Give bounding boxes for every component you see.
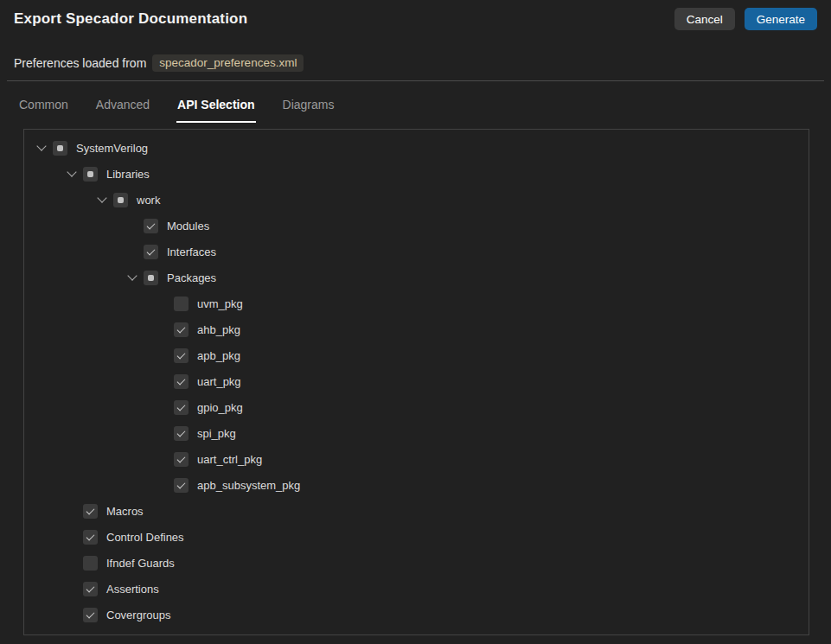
tree-item-label: work (137, 194, 160, 207)
tree-item-label: ahb_pkg (197, 323, 240, 336)
chevron-slot (158, 379, 174, 383)
checkbox[interactable] (83, 556, 98, 571)
tab-common[interactable]: Common (18, 98, 69, 123)
tree-item-label: uart_ctrl_pkg (197, 453, 262, 466)
chevron-down-icon[interactable] (67, 167, 76, 176)
tree-row[interactable]: gpio_pkg (24, 394, 809, 420)
tree-item-label: uart_pkg (197, 375, 241, 388)
tree-row[interactable]: work (24, 187, 809, 213)
checkbox[interactable] (174, 478, 189, 493)
chevron-slot (37, 146, 53, 150)
tree-row[interactable]: apb_pkg (24, 342, 809, 368)
chevron-slot (67, 613, 83, 616)
tree-panel: SystemVerilog Libraries work Modules (23, 129, 809, 635)
checkbox[interactable] (144, 245, 158, 259)
tab-api-selection[interactable]: API Selection (176, 98, 255, 123)
checkbox[interactable] (174, 296, 189, 311)
indeterminate-mark-icon (148, 275, 154, 281)
checkbox[interactable] (83, 504, 98, 519)
tree-item-label: Modules (167, 220, 209, 233)
tree-row[interactable]: Macros (24, 498, 809, 524)
tree-row[interactable]: SystemVerilog (24, 135, 809, 161)
checkbox[interactable] (83, 582, 98, 596)
chevron-slot (158, 302, 174, 305)
checkbox[interactable] (144, 219, 158, 233)
checkbox[interactable] (174, 322, 189, 337)
chevron-down-icon[interactable] (127, 271, 137, 280)
tree-item-label: apb_subsystem_pkg (197, 479, 300, 492)
checkbox[interactable] (83, 530, 98, 545)
checkbox[interactable] (174, 400, 189, 415)
tree-item-label: Control Defines (106, 531, 184, 544)
header-actions: Cancel Generate (674, 8, 817, 30)
header-divider (7, 80, 824, 81)
checkbox[interactable] (144, 271, 158, 285)
tree-row[interactable]: apb_subsystem_pkg (24, 472, 809, 498)
tree-row[interactable]: Libraries (24, 161, 809, 187)
checkmark-icon (177, 428, 186, 437)
checkmark-icon (177, 376, 186, 385)
chevron-slot (67, 587, 83, 590)
tree-row[interactable]: Interfaces (24, 239, 809, 265)
tab-label: Diagrams (283, 98, 335, 112)
preferences-status: Preferences loaded from specador_prefere… (14, 54, 817, 72)
chevron-slot (67, 561, 83, 564)
tree-row[interactable]: Modules (24, 213, 809, 239)
chevron-down-icon[interactable] (36, 141, 46, 150)
checkbox[interactable] (83, 608, 98, 622)
indeterminate-mark-icon (57, 145, 63, 151)
chevron-slot (158, 405, 174, 409)
chevron-slot (67, 535, 83, 539)
tree-row[interactable]: uart_pkg (24, 368, 809, 394)
preferences-file-badge: specador_preferences.xml (152, 54, 304, 72)
chevron-slot (158, 328, 174, 331)
checkmark-icon (86, 583, 95, 592)
generate-button[interactable]: Generate (745, 8, 817, 30)
dialog-header: Export Specador Documentation Cancel Gen… (0, 0, 831, 31)
tree-item-label: Interfaces (167, 245, 216, 258)
tab-bar: Common Advanced API Selection Diagrams (18, 98, 831, 123)
chevron-slot (128, 224, 144, 227)
tab-diagrams[interactable]: Diagrams (282, 98, 336, 123)
tree-row[interactable]: Control Defines (24, 524, 809, 550)
tab-advanced[interactable]: Advanced (95, 98, 150, 123)
tree-row[interactable]: uart_ctrl_pkg (24, 446, 809, 472)
chevron-slot (67, 172, 83, 175)
checkmark-icon (177, 350, 186, 359)
chevron-slot (128, 276, 144, 279)
checkmark-icon (86, 532, 95, 540)
tree-row[interactable]: Packages (24, 265, 809, 290)
tab-label: Advanced (96, 98, 150, 112)
tree-item-label: Assertions (106, 583, 159, 596)
indeterminate-mark-icon (87, 171, 93, 177)
tab-label: API Selection (177, 98, 254, 112)
tree-item-label: Packages (167, 271, 216, 284)
checkmark-icon (177, 402, 186, 411)
tree-row[interactable]: spi_pkg (24, 420, 809, 446)
indeterminate-mark-icon (118, 197, 124, 203)
tree-item-label: uvm_pkg (197, 297, 243, 310)
checkbox[interactable] (174, 348, 189, 363)
tree-item-label: apb_pkg (197, 349, 240, 362)
tree-row[interactable]: Assertions (24, 576, 809, 602)
tree-row[interactable]: uvm_pkg (24, 290, 809, 316)
chevron-slot (67, 509, 83, 513)
checkbox[interactable] (53, 141, 67, 156)
checkbox[interactable] (113, 193, 128, 207)
chevron-slot (158, 354, 174, 357)
chevron-down-icon[interactable] (97, 193, 106, 202)
tree-row[interactable]: Ifndef Guards (24, 550, 809, 576)
checkmark-icon (177, 480, 186, 488)
checkbox[interactable] (174, 374, 189, 389)
checkmark-icon (147, 220, 156, 229)
tree-item-label: Ifndef Guards (106, 557, 175, 570)
tree-row[interactable]: ahb_pkg (24, 316, 809, 342)
checkbox[interactable] (174, 426, 189, 441)
tree-item-label: Covergroups (106, 609, 170, 622)
preferences-status-text: Preferences loaded from (14, 56, 146, 70)
checkbox[interactable] (83, 167, 98, 182)
cancel-button[interactable]: Cancel (674, 8, 735, 30)
tree-row[interactable]: Covergroups (24, 602, 809, 628)
checkbox[interactable] (174, 452, 189, 467)
checkmark-icon (177, 324, 186, 333)
